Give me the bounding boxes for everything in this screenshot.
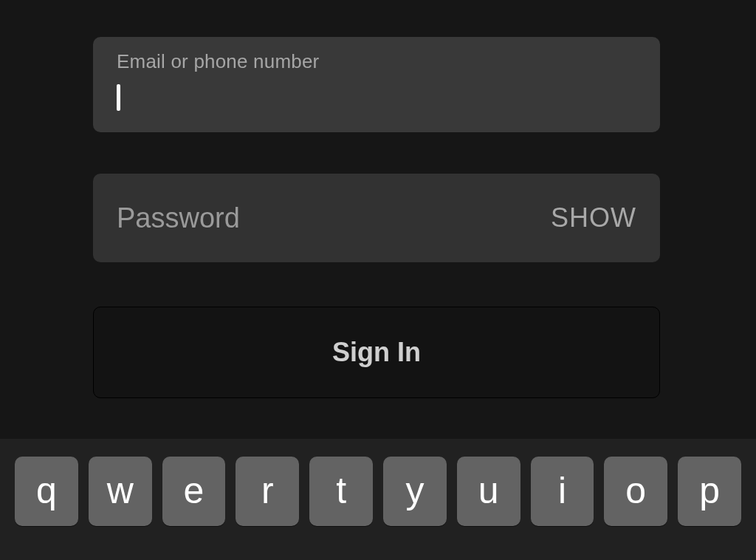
onscreen-keyboard: q w e r t y u i o p — [0, 439, 756, 560]
signin-form: Email or phone number Password SHOW Sign… — [0, 0, 756, 398]
password-field[interactable]: Password SHOW — [93, 174, 660, 262]
show-password-button[interactable]: SHOW — [551, 202, 636, 233]
key-e[interactable]: e — [162, 457, 226, 526]
key-t[interactable]: t — [309, 457, 373, 526]
key-w[interactable]: w — [89, 457, 152, 526]
email-field[interactable]: Email or phone number — [93, 37, 660, 132]
email-label: Email or phone number — [117, 50, 636, 73]
key-r[interactable]: r — [236, 457, 299, 526]
key-q[interactable]: q — [15, 457, 78, 526]
signin-button[interactable]: Sign In — [93, 307, 660, 398]
key-o[interactable]: o — [604, 457, 667, 526]
email-input-line — [117, 83, 636, 112]
key-i[interactable]: i — [531, 457, 594, 526]
text-caret-icon — [117, 84, 120, 111]
password-placeholder: Password — [117, 202, 240, 234]
key-u[interactable]: u — [457, 457, 520, 526]
key-p[interactable]: p — [678, 457, 741, 526]
key-y[interactable]: y — [383, 457, 447, 526]
